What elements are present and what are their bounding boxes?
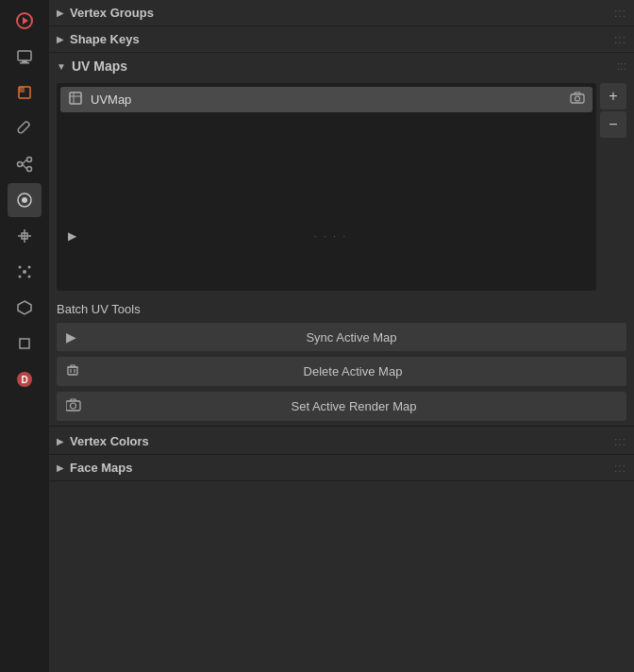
vertex-groups-section[interactable]: ▶ Vertex Groups ::: [49, 0, 634, 26]
face-maps-section[interactable]: ▶ Face Maps ::: [49, 455, 634, 481]
divider-1 [49, 426, 634, 427]
delete-active-map-label: Delete Active Map [89, 364, 617, 378]
svg-rect-3 [22, 60, 27, 62]
svg-point-19 [28, 276, 31, 278]
camera-icon [66, 398, 81, 414]
add-remove-column: + − [600, 83, 626, 138]
nodes-icon[interactable] [8, 147, 42, 181]
svg-rect-2 [18, 51, 31, 60]
play-icon[interactable]: ▶ [68, 229, 76, 243]
trash-icon [66, 363, 79, 379]
sync-active-map-label: Sync Active Map [86, 330, 617, 344]
svg-rect-27 [68, 367, 77, 375]
svg-line-11 [23, 164, 27, 169]
face-maps-title: Face Maps [70, 461, 132, 475]
uv-maps-drag: ::: [617, 59, 626, 73]
uv-maps-title: UV Maps [72, 59, 127, 74]
svg-point-31 [71, 403, 76, 409]
main-panel: ▶ Vertex Groups ::: ▶ Shape Keys ::: ▼ U… [49, 0, 634, 672]
set-active-render-map-button[interactable]: Set Active Render Map [57, 392, 626, 421]
svg-marker-1 [23, 17, 28, 25]
vertex-colors-arrow: ▶ [57, 436, 64, 446]
vertex-colors-section[interactable]: ▶ Vertex Colors ::: [49, 428, 634, 455]
view-layer-icon[interactable] [8, 76, 42, 109]
vertex-colors-drag: ::: [614, 435, 626, 448]
uv-map-camera-icon [570, 91, 585, 109]
uv-list: UVMap ▶ · · · · [57, 83, 596, 291]
object-data-icon[interactable] [8, 183, 42, 217]
svg-line-10 [23, 160, 27, 164]
svg-point-9 [27, 167, 32, 172]
vertex-groups-title: Vertex Groups [70, 6, 154, 20]
svg-point-15 [23, 270, 26, 274]
set-active-render-map-label: Set Active Render Map [91, 399, 617, 413]
svg-rect-6 [19, 87, 25, 92]
svg-point-7 [18, 162, 23, 167]
svg-marker-20 [18, 301, 31, 314]
uv-maps-header[interactable]: ▼ UV Maps ::: [49, 53, 634, 79]
sidebar: D [0, 0, 49, 672]
physics-icon[interactable] [8, 291, 42, 325]
vertex-groups-arrow: ▶ [57, 8, 64, 18]
svg-text:D: D [21, 375, 27, 385]
output-icon[interactable] [8, 40, 42, 74]
uv-map-item[interactable]: UVMap [60, 87, 592, 112]
render-icon[interactable] [8, 4, 42, 38]
modifier-icon[interactable] [8, 219, 42, 253]
svg-point-13 [22, 197, 27, 203]
face-maps-drag: ::: [614, 462, 626, 475]
svg-rect-25 [571, 94, 584, 103]
resize-handle: · · · · [76, 230, 585, 242]
svg-point-26 [576, 96, 580, 101]
svg-point-17 [28, 266, 31, 269]
shape-keys-section[interactable]: ▶ Shape Keys ::: [49, 26, 634, 53]
sync-active-map-button[interactable]: ▶ Sync Active Map [57, 323, 626, 351]
svg-rect-21 [20, 339, 29, 348]
vertex-groups-drag: ::: [614, 7, 626, 20]
shape-keys-arrow: ▶ [57, 34, 64, 44]
delete-active-map-button[interactable]: Delete Active Map [57, 357, 626, 386]
uv-maps-arrow: ▼ [57, 61, 66, 72]
svg-point-18 [19, 276, 22, 278]
svg-rect-4 [20, 62, 29, 64]
uv-map-label: UVMap [91, 92, 570, 107]
remove-uv-map-button[interactable]: − [600, 111, 626, 138]
wrench-icon[interactable] [8, 111, 42, 145]
uv-item-icon [68, 91, 83, 109]
shape-keys-drag: ::: [614, 33, 626, 46]
svg-point-8 [27, 158, 32, 162]
uv-list-footer: ▶ · · · · [60, 226, 592, 246]
constraints-icon[interactable] [8, 327, 42, 361]
particles-icon[interactable] [8, 255, 42, 289]
add-uv-map-button[interactable]: + [600, 83, 626, 109]
batch-uv-tools-label: Batch UV Tools [49, 294, 634, 320]
vertex-colors-title: Vertex Colors [70, 434, 149, 448]
shape-keys-title: Shape Keys [70, 32, 140, 46]
svg-point-16 [19, 266, 22, 269]
data-icon[interactable]: D [8, 362, 42, 396]
sync-icon: ▶ [66, 329, 76, 344]
svg-rect-24 [70, 92, 81, 104]
face-maps-arrow: ▶ [57, 462, 64, 473]
uv-list-panel: UVMap ▶ · · · · + − [57, 83, 626, 291]
